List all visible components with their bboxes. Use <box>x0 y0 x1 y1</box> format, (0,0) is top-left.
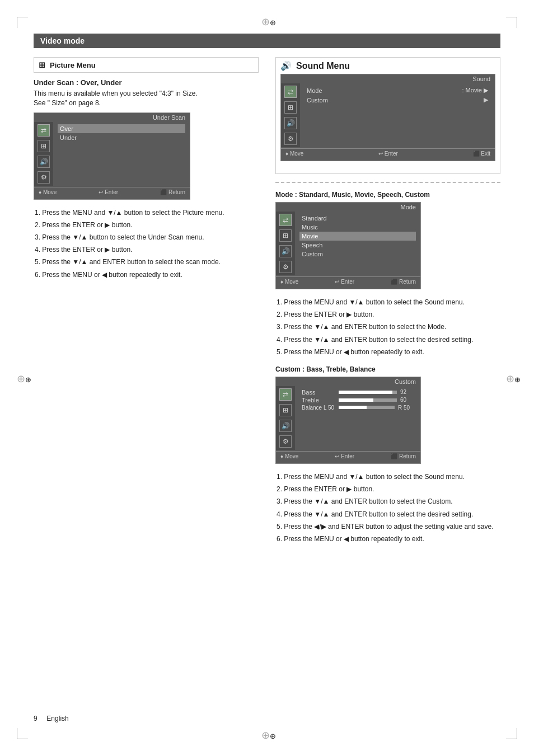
custom-instr-1: 1. Press the MENU and ▼/▲ button to sele… <box>275 472 500 482</box>
corner-br <box>506 728 517 739</box>
sound-menu-footer: ♦ Move ↩ Enter ⬛ Exit <box>281 148 495 158</box>
balance-bar <box>339 406 395 409</box>
custom-instructions: 1. Press the MENU and ▼/▲ button to sele… <box>275 472 500 544</box>
crosshair-bottom: ⊕ <box>261 729 273 740</box>
mode-instr-3: 3. Press the ▼/▲ and ENTER button to sel… <box>275 322 500 332</box>
custom-instr-3: 3. Press the ▼/▲ and ENTER button to sel… <box>275 496 500 507</box>
menu-icon-list: ⇄ ⊞ 🔊 ⚙ <box>34 122 53 186</box>
underscan-title: Under Scan : Over, Under <box>34 78 259 87</box>
custom-section-title: Custom : Bass, Treble, Balance <box>275 365 500 373</box>
standard-item: Standard <box>299 214 416 223</box>
custom-menu-footer: ♦ Move ↩ Enter ⬛ Return <box>276 451 420 461</box>
crosshair-top: ⊕ <box>261 16 273 27</box>
picture-menu-icon: ⊞ <box>38 140 50 152</box>
custom-instr-4: 4. Press the ▼/▲ and ENTER button to sel… <box>275 509 500 520</box>
custom-instr-6: 6. Press the MENU or ◀ button repeatedly… <box>275 534 500 544</box>
left-column: ⊞ Picture Menu Under Scan : Over, Under … <box>34 57 259 546</box>
corner-tr <box>506 17 517 28</box>
mode-menu-label: Mode <box>276 203 420 212</box>
corner-bl <box>17 728 28 739</box>
mode-instr-1: 1. Press the MENU and ▼/▲ button to sele… <box>275 297 500 308</box>
custom-instr-2: 2. Press the ENTER or ▶ button. <box>275 484 500 495</box>
source-icon-3: ⇄ <box>279 214 292 226</box>
picture-menu-header: ⊞ Picture Menu <box>34 57 259 73</box>
underscan-instructions: 1. Press the MENU and ▼/▲ button to sele… <box>34 208 259 280</box>
sound-menu-title: Sound Menu <box>296 61 350 71</box>
instr-item: 2. Press the ENTER or ▶ button. <box>34 220 259 231</box>
mode-icon-list: ⇄ ⊞ 🔊 ⚙ <box>276 212 295 275</box>
sound-menu-label: Sound <box>281 74 495 83</box>
custom-instr-5: 5. Press the ◀/▶ and ENTER button to adj… <box>275 522 500 532</box>
instr-item: 1. Press the MENU and ▼/▲ button to sele… <box>34 208 259 218</box>
instr-item: 6. Press the MENU or ◀ button repeatedly… <box>34 270 259 280</box>
over-item: Over <box>58 124 185 133</box>
bass-bar <box>339 391 397 394</box>
underscan-menu-content: Over Under <box>53 122 190 186</box>
custom-menu-items: Bass 92 Treble 60 <box>295 386 420 450</box>
mode-row: Mode : Movie ▶ <box>305 86 490 95</box>
setup-menu-icon: ⚙ <box>38 171 50 184</box>
mode-instr-2: 2. Press the ENTER or ▶ button. <box>275 309 500 320</box>
mode-instr-5: 5. Press the MENU or ◀ button repeatedly… <box>275 347 500 358</box>
mode-instr-4: 4. Press the ▼/▲ and ENTER button to sel… <box>275 335 500 345</box>
picture-icon-3: ⊞ <box>279 229 292 242</box>
custom-row: Custom ▶ <box>305 95 490 105</box>
page-number: 9 English <box>34 715 69 722</box>
instr-item: 4. Press the ENTER or ▶ button. <box>34 245 259 255</box>
sound-icon-list: ⇄ ⊞ 🔊 ⚙ <box>281 83 300 147</box>
picture-icon-4: ⊞ <box>279 404 292 416</box>
sound-menu-content: Mode : Movie ▶ Custom ▶ <box>300 83 495 147</box>
custom-item: Custom <box>299 250 416 259</box>
treble-bar-fill <box>339 398 373 402</box>
sound-menu-icon: 🔊 <box>38 156 50 168</box>
corner-tl <box>17 17 28 28</box>
sound-icon: 🔊 <box>280 60 292 71</box>
movie-item: Movie <box>299 232 416 241</box>
treble-bar <box>339 398 397 402</box>
source-icon-4: ⇄ <box>279 388 292 401</box>
mode-menu-items: Standard Music Movie Speech Custom <box>295 212 420 275</box>
right-column: 🔊 Sound Menu Sound ⇄ ⊞ 🔊 <box>275 57 500 546</box>
balance-bar-fill <box>339 406 367 409</box>
crosshair-mid-right: ⊕ <box>506 373 517 384</box>
speech-item: Speech <box>299 241 416 250</box>
crosshair-mid-left: ⊕ <box>17 373 28 384</box>
sound-menu-header: 🔊 Sound Menu <box>276 58 500 74</box>
underscan-menu-title: Under Scan <box>34 113 190 122</box>
instr-item: 3. Press the ▼/▲ button to select the Un… <box>34 232 259 243</box>
balance-row: Balance L 50 R 50 <box>299 404 416 411</box>
custom-menu-label: Custom <box>276 377 420 386</box>
custom-icon-list: ⇄ ⊞ 🔊 ⚙ <box>276 386 295 450</box>
under-item: Under <box>58 133 185 142</box>
setup-icon-4: ⚙ <box>279 435 292 448</box>
sound-icon-4: 🔊 <box>279 420 292 432</box>
bass-bar-fill <box>339 391 392 394</box>
mode-menu-footer: ♦ Move ↩ Enter ⬛ Return <box>276 276 420 287</box>
sound-icon-3: 🔊 <box>279 245 292 257</box>
picture-icon: ⊞ <box>39 60 45 69</box>
custom-tv-menu: Custom ⇄ ⊞ 🔊 ⚙ Bass 9 <box>275 377 421 464</box>
section-header: Video mode <box>34 34 500 48</box>
bass-row: Bass 92 <box>299 388 416 396</box>
underscan-desc: This menu is available when you selected… <box>34 89 259 108</box>
setup-icon-3: ⚙ <box>279 261 292 273</box>
picture-icon-2: ⊞ <box>284 101 297 114</box>
sound-icon-2: 🔊 <box>284 117 297 129</box>
sound-menu-wrapper: 🔊 Sound Menu Sound ⇄ ⊞ 🔊 <box>275 57 500 174</box>
treble-row: Treble 60 <box>299 396 416 404</box>
mode-section-title: Mode : Standard, Music, Movie, Speech, C… <box>275 191 500 199</box>
instr-item: 5. Press the ▼/▲ and ENTER button to sel… <box>34 257 259 267</box>
setup-icon-2: ⚙ <box>284 133 297 145</box>
music-item: Music <box>299 223 416 232</box>
source-icon-2: ⇄ <box>284 86 297 98</box>
sound-tv-menu: Sound ⇄ ⊞ 🔊 ⚙ Mode <box>280 74 495 161</box>
mode-tv-menu: Mode ⇄ ⊞ 🔊 ⚙ Standard Music Movie Speech… <box>275 202 421 289</box>
underscan-menu-footer: ♦ Move ↩ Enter ⬛ Return <box>34 187 190 197</box>
mode-instructions: 1. Press the MENU and ▼/▲ button to sele… <box>275 297 500 358</box>
dashed-divider <box>275 182 500 183</box>
source-icon: ⇄ <box>38 124 50 137</box>
underscan-tv-menu: Under Scan ⇄ ⊞ 🔊 ⚙ Over Under ♦ Move <box>34 112 190 200</box>
